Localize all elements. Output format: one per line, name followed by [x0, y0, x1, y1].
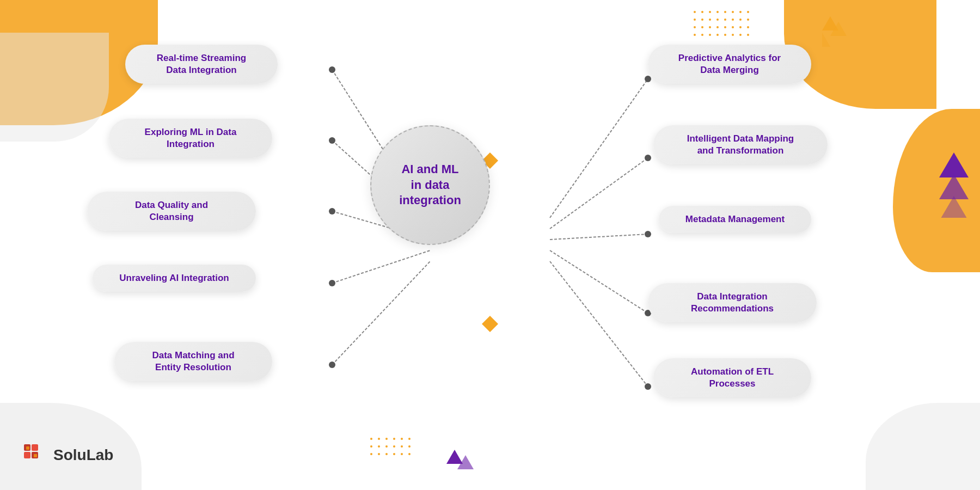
- mindmap: AI and ML in data integration Real-time …: [54, 11, 926, 479]
- node-quality-label: Data Quality andCleansing: [99, 199, 244, 223]
- node-unraveling-label: Unraveling AI Integration: [105, 272, 244, 284]
- node-exploring-label: Exploring ML in DataIntegration: [121, 126, 260, 150]
- node-realtime-label: Real-time StreamingData Integration: [137, 52, 266, 76]
- node-quality: Data Quality andCleansing: [87, 192, 256, 231]
- node-recommendations-label: Data IntegrationRecommendations: [660, 291, 805, 315]
- node-predictive: Predictive Analytics forData Merging: [648, 45, 811, 84]
- node-recommendations: Data IntegrationRecommendations: [648, 283, 817, 322]
- svg-rect-32: [24, 452, 30, 458]
- node-automation: Automation of ETLProcesses: [653, 358, 811, 397]
- svg-line-18: [550, 79, 648, 218]
- node-matching: Data Matching andEntity Resolution: [114, 342, 272, 381]
- logo-area: SoluLab: [22, 442, 113, 468]
- node-predictive-label: Predictive Analytics forData Merging: [660, 52, 799, 76]
- svg-point-17: [329, 362, 335, 368]
- svg-line-16: [332, 261, 430, 365]
- node-automation-label: Automation of ETLProcesses: [665, 366, 799, 390]
- node-exploring: Exploring ML in DataIntegration: [109, 119, 272, 158]
- node-unraveling: Unraveling AI Integration: [93, 265, 256, 292]
- svg-rect-31: [32, 444, 38, 451]
- svg-point-13: [329, 208, 335, 215]
- svg-line-14: [332, 250, 430, 283]
- main-container: AI and ML in data integration Real-time …: [0, 0, 980, 490]
- node-intelligent-label: Intelligent Data Mappingand Transformati…: [665, 133, 816, 157]
- node-metadata: Metadata Management: [659, 206, 811, 233]
- node-metadata-label: Metadata Management: [671, 213, 799, 225]
- svg-rect-34: [26, 446, 29, 450]
- svg-point-15: [329, 280, 335, 286]
- svg-point-27: [645, 383, 651, 390]
- svg-point-21: [645, 155, 651, 161]
- svg-marker-29: [482, 316, 498, 332]
- svg-line-24: [550, 250, 648, 313]
- center-text: AI and ML in data integration: [394, 156, 467, 214]
- logo-icon: [22, 442, 48, 468]
- svg-rect-35: [34, 454, 37, 457]
- svg-line-20: [550, 158, 648, 229]
- svg-point-19: [645, 76, 651, 82]
- node-matching-label: Data Matching andEntity Resolution: [126, 350, 260, 373]
- center-node: AI and ML in data integration: [370, 125, 490, 245]
- node-intelligent: Intelligent Data Mappingand Transformati…: [653, 125, 828, 164]
- svg-line-22: [550, 234, 648, 240]
- svg-line-26: [550, 261, 648, 387]
- svg-point-23: [645, 231, 651, 237]
- svg-point-11: [329, 137, 335, 144]
- logo-text: SoluLab: [53, 446, 113, 464]
- node-realtime: Real-time StreamingData Integration: [125, 45, 278, 84]
- svg-point-9: [329, 66, 335, 73]
